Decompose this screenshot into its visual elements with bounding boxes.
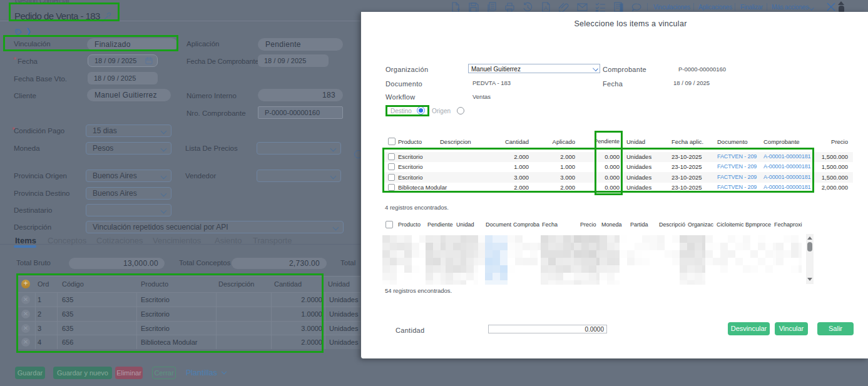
svg-text:A: A [544,5,548,11]
